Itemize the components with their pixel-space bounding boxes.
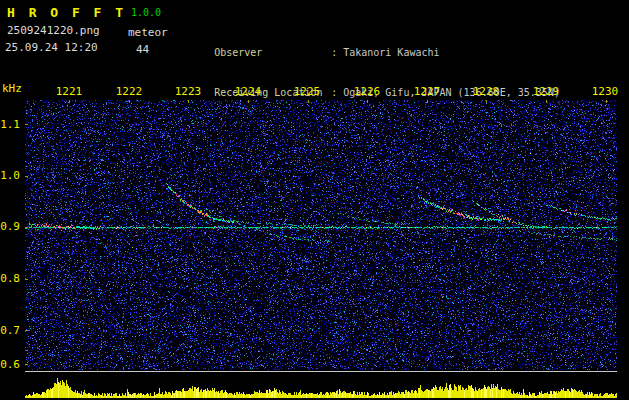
x-tick-1222: 1222 bbox=[116, 85, 143, 98]
info-colon: : bbox=[331, 87, 337, 98]
output-filename: 2509241220.png bbox=[7, 24, 100, 37]
y-tick-0.9: 0.9 bbox=[0, 220, 20, 233]
echo-count: 44 bbox=[136, 43, 149, 56]
x-tick-1223: 1223 bbox=[175, 85, 202, 98]
y-tick-0.8: 0.8 bbox=[0, 272, 20, 285]
y-axis-unit-label: kHz bbox=[2, 82, 22, 95]
x-tick-1224: 1224 bbox=[235, 85, 262, 98]
y-tick-1.0: 1.0 bbox=[0, 169, 20, 182]
x-tick-1225: 1225 bbox=[294, 85, 321, 98]
hrofft-window: H R O F F T 1.0.0 2509241220.png meteor … bbox=[0, 0, 629, 400]
info-colon: : bbox=[331, 47, 337, 58]
separator-line bbox=[25, 371, 617, 372]
x-tick-1226: 1226 bbox=[354, 85, 381, 98]
x-tick-1221: 1221 bbox=[56, 85, 83, 98]
x-tick-1230: 1230 bbox=[592, 85, 619, 98]
app-title: H R O F F T bbox=[7, 5, 126, 20]
mode-label: meteor bbox=[128, 26, 168, 39]
x-tick-1227: 1227 bbox=[414, 85, 441, 98]
y-tick-0.6: 0.6 bbox=[0, 358, 20, 371]
app-version: 1.0.0 bbox=[131, 7, 161, 18]
y-tick-1.1: 1.1 bbox=[0, 118, 20, 131]
signal-level-meter bbox=[25, 374, 617, 398]
info-row-observer: Observer: Takanori Kawachi bbox=[178, 33, 560, 46]
datetime-label: 25.09.24 12:20 bbox=[5, 41, 98, 54]
y-tick-0.7: 0.7 bbox=[0, 324, 20, 337]
info-value: Takanori Kawachi bbox=[343, 47, 439, 58]
spectrogram-canvas bbox=[25, 100, 617, 370]
x-tick-1229: 1229 bbox=[533, 85, 560, 98]
info-label: Observer bbox=[214, 46, 331, 59]
x-tick-1228: 1228 bbox=[473, 85, 500, 98]
